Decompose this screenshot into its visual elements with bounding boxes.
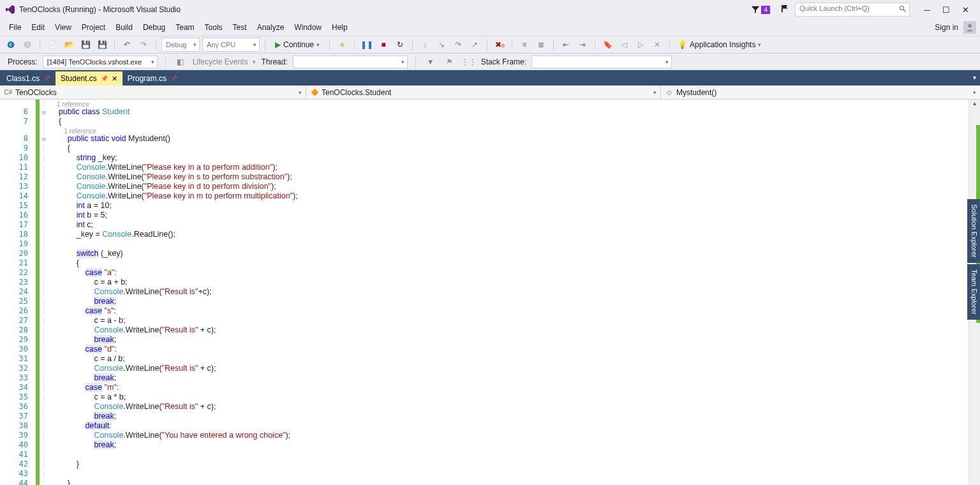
continue-button[interactable]: ▶ Continue ▾ — [271, 38, 324, 52]
side-tool-tabs: Solution Explorer Team Explorer — [967, 199, 980, 321]
nav-back-button[interactable] — [4, 38, 18, 52]
platform-combo[interactable]: Any CPU — [202, 38, 260, 52]
svg-line-4 — [903, 10, 906, 12]
tab-student-cs[interactable]: Student.cs📌✕ — [56, 71, 122, 86]
config-combo[interactable]: Debug — [161, 38, 200, 52]
menu-file[interactable]: File — [4, 20, 26, 34]
thread-combo[interactable] — [293, 56, 408, 68]
menu-edit[interactable]: Edit — [26, 20, 50, 34]
method-icon: ◇ — [665, 88, 674, 97]
menu-test[interactable]: Test — [228, 20, 252, 34]
svg-point-3 — [900, 6, 904, 10]
line-number-gutter: 6789101112131415161718192021222324252627… — [0, 100, 40, 485]
continue-label: Continue — [283, 40, 314, 49]
document-tabs: Class1.cs📌Student.cs📌✕Program.cs📌 ▾ — [0, 70, 980, 86]
vs-logo-icon — [5, 4, 15, 15]
prev-bookmark-button[interactable]: ◁ — [617, 38, 631, 52]
menu-view[interactable]: View — [50, 20, 77, 34]
close-tab-icon[interactable]: ✕ — [112, 75, 117, 83]
save-all-button[interactable]: 💾 — [95, 38, 109, 52]
stop-button[interactable]: ■ — [376, 38, 390, 52]
debug-toolbar: Process: [1484] TenOClocks.vshost.exe ◧ … — [0, 54, 980, 70]
menu-help[interactable]: Help — [327, 20, 353, 34]
tabs-overflow-icon[interactable]: ▾ — [973, 74, 976, 81]
minimize-button[interactable]: ─ — [917, 2, 937, 17]
indent-button[interactable]: ⇥ — [575, 38, 590, 52]
thread-filter-icon[interactable]: ▼ — [424, 55, 438, 69]
tab-label: Class1.cs — [6, 74, 40, 83]
clear-bookmark-button[interactable]: ✕ — [650, 38, 664, 52]
solution-explorer-tab[interactable]: Solution Explorer — [967, 199, 980, 263]
stackframe-combo[interactable] — [531, 56, 672, 68]
step-button[interactable]: ⎆ — [335, 38, 349, 52]
process-label: Process: — [8, 57, 38, 66]
menu-team[interactable]: Team — [170, 20, 199, 34]
quick-launch-input[interactable]: Quick Launch (Ctrl+Q) — [795, 3, 910, 17]
svg-marker-1 — [752, 6, 759, 13]
maximize-button[interactable]: ☐ — [937, 2, 956, 17]
thread-list-icon[interactable]: ⋮⋮ — [462, 55, 476, 69]
outdent-button[interactable]: ⇤ — [559, 38, 573, 52]
app-insights-button[interactable]: 💡 Application Insights ▾ — [675, 40, 764, 49]
restart-button[interactable]: ↻ — [393, 38, 407, 52]
show-next-button[interactable]: ↓ — [418, 38, 432, 52]
step-out-button[interactable]: ↗ — [468, 38, 482, 52]
main-toolbar: 📄 📂 💾 💾 ↶ ↷ Debug Any CPU ▶ Continue ▾ ⎆… — [0, 36, 980, 54]
lightbulb-icon: 💡 — [678, 40, 687, 49]
app-insights-label: Application Insights — [690, 40, 755, 49]
next-bookmark-button[interactable]: ▷ — [634, 38, 648, 52]
funnel-badge: 4 — [761, 6, 770, 14]
uncomment-button[interactable]: ≣ — [534, 38, 548, 52]
type-nav-combo[interactable]: 🔶 TenOClocks.Student — [306, 86, 661, 99]
team-explorer-tab[interactable]: Team Explorer — [967, 264, 980, 320]
nav-fwd-button[interactable] — [20, 38, 34, 52]
menu-tools[interactable]: Tools — [200, 20, 228, 34]
pin-icon[interactable]: 📌 — [101, 75, 108, 82]
menu-window[interactable]: Window — [289, 20, 327, 34]
comment-button[interactable]: ≡ — [517, 38, 531, 52]
redo-button[interactable]: ↷ — [137, 38, 151, 52]
pin-icon[interactable]: 📌 — [170, 75, 177, 82]
intellitrace-button[interactable]: ✖₀ — [493, 38, 507, 52]
bookmark-button[interactable]: 🔖 — [600, 38, 614, 52]
undo-button[interactable]: ↶ — [120, 38, 134, 52]
process-combo[interactable]: [1484] TenOClocks.vshost.exe — [43, 56, 158, 68]
step-into-button[interactable]: ↘ — [434, 38, 449, 52]
sign-in-link[interactable]: Sign in — [935, 23, 958, 32]
title-bar: TenOClocks (Running) - Microsoft Visual … — [0, 0, 980, 19]
close-button[interactable]: ✕ — [956, 2, 975, 17]
member-nav-combo[interactable]: ◇ Mystudent() — [661, 86, 980, 99]
thread-label: Thread: — [261, 57, 287, 66]
code-surface[interactable]: 1 reference public class Student { 1 ref… — [48, 100, 969, 485]
save-button[interactable]: 💾 — [78, 38, 93, 52]
pause-button[interactable]: ❚❚ — [360, 38, 374, 52]
menu-project[interactable]: Project — [77, 20, 110, 34]
pin-icon[interactable]: 📌 — [43, 75, 50, 82]
change-indicator — [36, 100, 40, 485]
step-over-button[interactable]: ↷ — [451, 38, 465, 52]
svg-rect-2 — [782, 5, 783, 12]
menu-debug[interactable]: Debug — [138, 20, 170, 34]
project-nav-combo[interactable]: C# TenOClocks — [0, 86, 306, 99]
menu-analyze[interactable]: Analyze — [252, 20, 290, 34]
quick-launch-placeholder: Quick Launch (Ctrl+Q) — [799, 4, 870, 12]
stackframe-label: Stack Frame: — [481, 57, 526, 66]
svg-marker-0 — [6, 5, 15, 14]
open-button[interactable]: 📂 — [62, 38, 76, 52]
lifecycle-label[interactable]: Lifecycle Events — [193, 57, 248, 66]
class-icon: 🔶 — [310, 88, 319, 97]
lifecycle-icon[interactable]: ◧ — [174, 55, 188, 69]
menu-bar: FileEditViewProjectBuildDebugTeamToolsTe… — [0, 19, 980, 36]
scroll-up-icon[interactable]: ▴ — [970, 100, 979, 107]
nav-bar: C# TenOClocks 🔶 TenOClocks.Student ◇ Mys… — [0, 86, 980, 100]
thread-flag-icon[interactable]: ⚑ — [443, 55, 457, 69]
code-editor[interactable]: ✥ 67891011121314151617181920212223242526… — [0, 100, 980, 485]
menu-build[interactable]: Build — [110, 20, 138, 34]
fold-column[interactable]: │⊟││⊟│││││││││││││││││││││││││││││││││││… — [40, 100, 48, 485]
feedback-icon[interactable] — [780, 4, 790, 15]
new-item-button[interactable]: 📄 — [45, 38, 59, 52]
tab-class1-cs[interactable]: Class1.cs📌 — [1, 71, 56, 86]
user-avatar-icon[interactable] — [963, 21, 976, 34]
tab-program-cs[interactable]: Program.cs📌 — [122, 71, 182, 86]
notifications-funnel[interactable]: 4 — [751, 5, 770, 14]
